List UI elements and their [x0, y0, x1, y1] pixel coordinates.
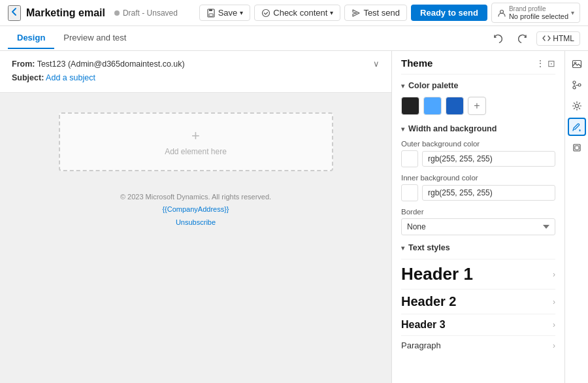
- outer-bg-input[interactable]: [422, 151, 555, 167]
- text-styles-section: ▾ Text styles Header 1 › Header 2 › Head…: [401, 243, 555, 355]
- header2-row[interactable]: Header 2 ›: [401, 289, 555, 314]
- text-styles-chevron-icon: ▾: [401, 244, 404, 252]
- header3-label: Header 3: [401, 319, 446, 331]
- paragraph-label: Paragraph: [401, 341, 441, 350]
- svg-rect-13: [575, 146, 579, 150]
- header1-row[interactable]: Header 1 ›: [401, 259, 555, 289]
- status-text: Draft - Unsaved: [123, 8, 178, 18]
- width-bg-chevron-icon: ▾: [401, 125, 404, 133]
- check-chevron: ▾: [330, 9, 333, 16]
- side-settings-button[interactable]: [568, 97, 586, 115]
- svg-point-3: [263, 9, 270, 16]
- email-footer: © 2023 Microsoft Dynamics. All rights re…: [120, 191, 271, 229]
- test-send-button[interactable]: Test send: [344, 5, 407, 21]
- company-address-link[interactable]: {{CompanyAddress}}: [162, 205, 229, 213]
- tab-preview[interactable]: Preview and test: [54, 27, 135, 49]
- border-select[interactable]: None Solid Dashed: [401, 218, 555, 235]
- unsubscribe-link[interactable]: Unsubscribe: [176, 218, 216, 226]
- add-element-zone[interactable]: + Add element here: [59, 112, 333, 171]
- outer-bg-label: Outer background color: [401, 140, 555, 148]
- brand-profile-chevron: ▾: [571, 9, 574, 16]
- paragraph-row[interactable]: Paragraph ›: [401, 335, 555, 355]
- outer-bg-color-preview[interactable]: [401, 150, 418, 167]
- meta-collapse-icon[interactable]: ∨: [373, 58, 380, 69]
- email-canvas-panel: From: Test123 (Admin@d365domaintest.co.u…: [0, 51, 391, 383]
- theme-expand-icon[interactable]: ⊡: [547, 58, 555, 69]
- secondbar: Design Preview and test HTML: [0, 26, 588, 51]
- border-label: Border: [401, 208, 555, 216]
- header1-label: Header 1: [401, 264, 473, 284]
- save-chevron: ▾: [240, 9, 243, 16]
- email-meta-text: From: Test123 (Admin@d365domaintest.co.u…: [12, 58, 185, 86]
- topbar: Marketing email Draft - Unsaved Save ▾ C…: [0, 0, 588, 26]
- header3-row[interactable]: Header 3 ›: [401, 314, 555, 335]
- width-background-toggle[interactable]: ▾ Width and background: [401, 124, 555, 133]
- side-theme-button[interactable]: [568, 118, 586, 136]
- side-icon-bar: [564, 51, 588, 383]
- test-send-label: Test send: [363, 8, 400, 18]
- color-palette-chevron-icon: ▾: [401, 82, 404, 90]
- undo-button[interactable]: [489, 29, 508, 48]
- email-from: From: Test123 (Admin@d365domaintest.co.u…: [12, 58, 185, 71]
- theme-more-icon[interactable]: ⋮: [536, 58, 545, 69]
- check-content-button[interactable]: Check content ▾: [254, 5, 340, 21]
- status-dot: [114, 10, 120, 16]
- paragraph-chevron-icon: ›: [553, 341, 555, 350]
- main-area: From: Test123 (Admin@d365domaintest.co.u…: [0, 51, 588, 383]
- save-button[interactable]: Save ▾: [199, 5, 251, 21]
- toolbar-icons: HTML: [489, 29, 580, 48]
- tab-design[interactable]: Design: [8, 27, 54, 49]
- theme-panel: Theme ⋮ ⊡ ▾ Color palette + ▾ Width a: [391, 51, 564, 383]
- header1-chevron-icon: ›: [553, 270, 555, 279]
- width-bg-label: Width and background: [408, 124, 497, 133]
- add-element-label: Add element here: [165, 147, 227, 156]
- color-swatch-light-blue[interactable]: [423, 97, 442, 115]
- outer-bg-input-row: [401, 150, 555, 167]
- color-swatch-dark[interactable]: [401, 97, 419, 115]
- theme-header-icons: ⋮ ⊡: [536, 58, 555, 69]
- html-button[interactable]: HTML: [536, 31, 580, 46]
- inner-bg-color-preview[interactable]: [401, 184, 418, 201]
- header2-label: Header 2: [401, 294, 457, 309]
- brand-profile-text: Brand profile No profile selected: [509, 5, 568, 20]
- color-palette-label: Color palette: [408, 81, 458, 90]
- side-layers-button[interactable]: [568, 139, 586, 157]
- brand-profile-selector[interactable]: Brand profile No profile selected ▾: [491, 3, 580, 23]
- status-badge: Draft - Unsaved: [114, 8, 178, 18]
- text-styles-toggle[interactable]: ▾ Text styles: [401, 243, 555, 252]
- add-element-plus-icon: +: [191, 127, 200, 144]
- text-styles-label: Text styles: [408, 243, 450, 252]
- theme-title: Theme: [401, 58, 433, 69]
- side-image-button[interactable]: [568, 55, 586, 73]
- side-branch-button[interactable]: [568, 76, 586, 94]
- svg-point-9: [578, 84, 581, 86]
- svg-point-7: [573, 81, 576, 84]
- redo-button[interactable]: [513, 29, 531, 48]
- header3-chevron-icon: ›: [553, 320, 555, 329]
- theme-panel-inner: Theme ⋮ ⊡ ▾ Color palette + ▾ Width a: [392, 51, 564, 383]
- from-value: Test123 (Admin@d365domaintest.co.uk): [37, 59, 185, 69]
- inner-bg-input[interactable]: [422, 185, 555, 201]
- svg-rect-5: [572, 61, 581, 68]
- color-palette-toggle[interactable]: ▾ Color palette: [401, 81, 555, 90]
- svg-rect-2: [209, 9, 212, 11]
- header2-chevron-icon: ›: [553, 297, 555, 307]
- ready-to-send-button[interactable]: Ready to send: [411, 5, 487, 21]
- html-label: HTML: [553, 34, 574, 43]
- footer-copyright: © 2023 Microsoft Dynamics. All rights re…: [120, 191, 271, 204]
- add-color-button[interactable]: +: [468, 97, 486, 115]
- subject-link[interactable]: Add a subject: [46, 73, 95, 82]
- back-button[interactable]: [8, 5, 21, 21]
- inner-bg-input-row: [401, 184, 555, 201]
- svg-rect-1: [209, 14, 213, 16]
- topbar-actions: Save ▾ Check content ▾ Test send Ready t…: [199, 3, 580, 23]
- svg-point-10: [575, 105, 578, 108]
- svg-rect-11: [580, 129, 581, 131]
- save-label: Save: [218, 8, 238, 18]
- subject-label: Subject:: [12, 73, 44, 82]
- footer-unsubscribe-row: Unsubscribe: [120, 216, 271, 229]
- color-swatch-dark-blue[interactable]: [446, 97, 464, 115]
- email-canvas: + Add element here © 2023 Microsoft Dyna…: [0, 93, 391, 249]
- check-content-label: Check content: [273, 8, 327, 18]
- from-label: From:: [12, 59, 35, 69]
